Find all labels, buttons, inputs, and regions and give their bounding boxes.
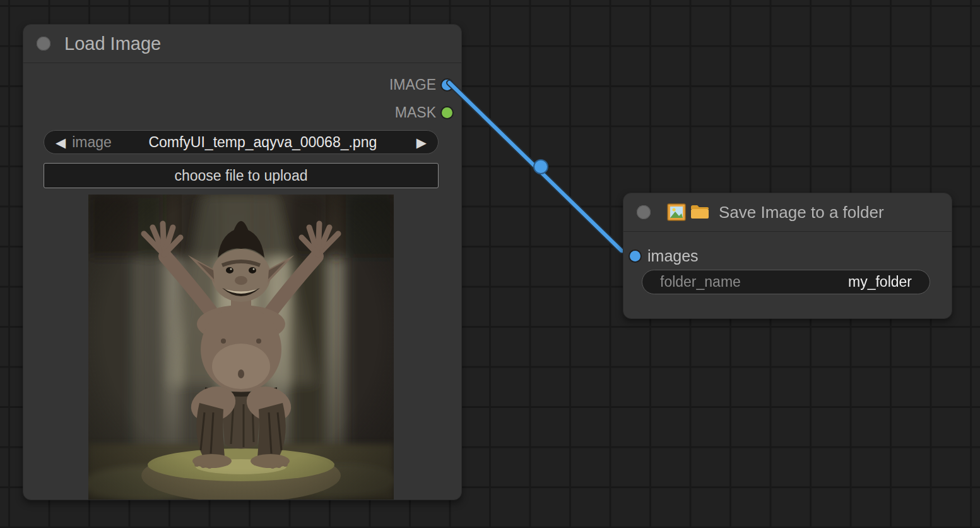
link-wire[interactable] <box>449 83 634 251</box>
save-image-title-bar: Save Image to a folder <box>623 193 952 232</box>
image-preview <box>88 195 394 500</box>
folder-icon <box>690 204 710 220</box>
combo-prev-arrow-icon[interactable]: ◀ <box>53 136 68 149</box>
image-output-slot[interactable] <box>442 80 452 90</box>
input-row-images: images <box>630 247 699 265</box>
link-wire-outline <box>449 83 634 251</box>
mask-output-slot[interactable] <box>442 107 452 118</box>
folder-name-label: folder_name <box>660 273 741 291</box>
troll-forest-illustration <box>88 195 394 500</box>
title-icons <box>667 203 710 221</box>
collapse-dot[interactable] <box>637 205 651 219</box>
node-title: Load Image <box>64 33 161 54</box>
output-row-image: IMAGE <box>389 76 452 93</box>
combo-value: ComfyUI_temp_aqyva_00068_.png <box>112 134 414 151</box>
images-input-slot[interactable] <box>630 251 641 261</box>
combo-label: image <box>72 134 112 151</box>
combo-next-arrow-icon[interactable]: ▶ <box>414 136 429 149</box>
node-canvas[interactable]: Load Image IMAGE MASK ◀ image ComfyUI_te… <box>0 0 980 528</box>
folder-name-widget[interactable]: folder_name my_folder <box>642 270 930 294</box>
save-image-node[interactable]: Save Image to a folder images folder_nam… <box>623 193 952 319</box>
output-row-mask: MASK <box>395 104 452 121</box>
picture-icon <box>667 203 686 221</box>
collapse-dot[interactable] <box>37 37 50 51</box>
load-image-title-bar: Load Image <box>23 25 461 63</box>
image-combo-widget[interactable]: ◀ image ComfyUI_temp_aqyva_00068_.png ▶ <box>44 130 439 154</box>
input-label-images: images <box>647 247 699 265</box>
folder-name-value: my_folder <box>848 273 912 291</box>
output-label-mask: MASK <box>395 104 436 121</box>
link-midpoint-dot[interactable] <box>534 160 548 174</box>
output-label-image: IMAGE <box>389 76 436 93</box>
upload-button[interactable]: choose file to upload <box>44 163 439 188</box>
node-title: Save Image to a folder <box>719 203 884 222</box>
load-image-node[interactable]: Load Image IMAGE MASK ◀ image ComfyUI_te… <box>23 24 462 500</box>
